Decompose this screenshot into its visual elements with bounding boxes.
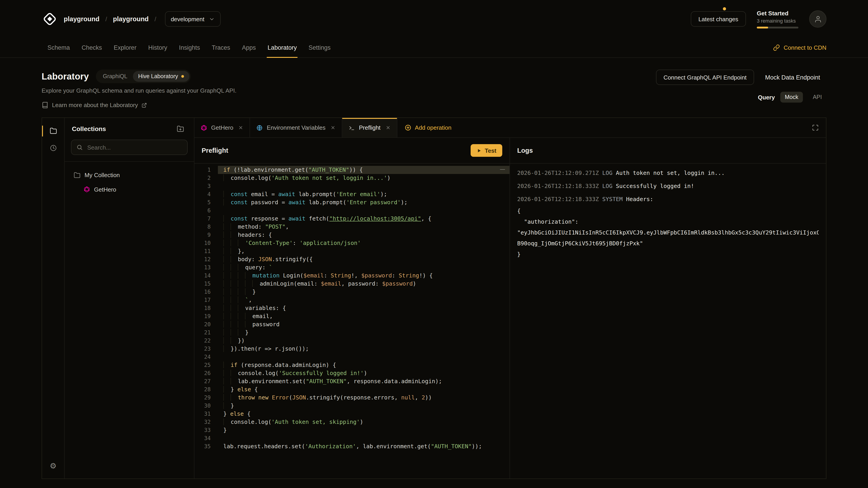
nav-item-insights[interactable]: Insights <box>173 38 206 57</box>
tab-gethero[interactable]: GetHero <box>194 118 250 137</box>
connect-endpoint-button[interactable]: Connect GraphQL API Endpoint <box>656 70 754 85</box>
fold-marker-icon[interactable]: — <box>500 166 505 172</box>
code-line[interactable]: 10 'Content-Type': 'application/json' <box>194 239 509 247</box>
graphql-icon <box>201 125 207 131</box>
folder-icon <box>50 127 57 134</box>
line-number: 19 <box>194 312 218 320</box>
breadcrumb-org[interactable]: playground <box>64 15 99 23</box>
get-started-widget[interactable]: Get Started 3 remaining tasks <box>757 10 798 28</box>
code-line[interactable]: 33} <box>194 426 509 434</box>
environment-selector[interactable]: development <box>165 11 221 27</box>
fullscreen-button[interactable] <box>805 118 826 137</box>
history-rail-button[interactable] <box>47 141 59 154</box>
line-number: 30 <box>194 402 218 410</box>
mode-option-hive-laboratory[interactable]: Hive Laboratory <box>133 71 189 82</box>
code-line[interactable]: 5 const password = await lab.prompt('Ent… <box>194 198 509 206</box>
collection-folder-my-collection[interactable]: My Collection <box>70 168 188 182</box>
code-line[interactable]: 16 } <box>194 288 509 296</box>
code-line[interactable]: 27 lab.environment.set("AUTH_TOKEN", res… <box>194 377 509 385</box>
code-line[interactable]: 31} else { <box>194 410 509 418</box>
query-mode-mock[interactable]: Mock <box>780 92 803 103</box>
breadcrumb-project[interactable]: playground <box>113 15 149 23</box>
nav-item-laboratory[interactable]: Laboratory <box>262 38 303 57</box>
nav-item-traces[interactable]: Traces <box>206 38 236 57</box>
learn-more-link[interactable]: Learn more about the Laboratory <box>41 102 237 108</box>
mode-option-graphiql[interactable]: GraphiQL <box>97 71 133 82</box>
code-line[interactable]: 25 if (response.data.adminLogin) { <box>194 361 509 369</box>
line-number: 12 <box>194 255 218 263</box>
nav-item-explorer[interactable]: Explorer <box>108 38 143 57</box>
plus-circle-icon <box>404 124 411 131</box>
code-line[interactable]: 24 <box>194 353 509 361</box>
latest-changes-button[interactable]: Latest changes <box>691 11 746 27</box>
close-tab-icon[interactable] <box>385 125 391 130</box>
terminal-icon <box>348 125 355 131</box>
link-icon <box>773 44 780 51</box>
test-button[interactable]: Test <box>471 144 502 157</box>
code-line[interactable]: 7 const response = await fetch("http://l… <box>194 215 509 223</box>
code-line[interactable]: 19 email, <box>194 312 509 320</box>
nav-item-apps[interactable]: Apps <box>236 38 262 57</box>
code-line[interactable]: 28 } else { <box>194 385 509 394</box>
line-number: 7 <box>194 215 218 223</box>
query-mode-api[interactable]: API <box>808 92 827 103</box>
code-line[interactable]: 4 const email = await lab.prompt('Enter … <box>194 190 509 198</box>
nav-item-checks[interactable]: Checks <box>76 38 108 57</box>
app: playground / playground / development La… <box>0 0 868 488</box>
code-line[interactable]: 35lab.request.headers.set('Authorization… <box>194 442 509 451</box>
workspace: GetHeroEnvironment VariablesPreflight Ad… <box>194 118 826 479</box>
collection-operation-gethero[interactable]: GetHero <box>70 183 188 196</box>
close-tab-icon[interactable] <box>238 125 243 130</box>
nav-item-schema[interactable]: Schema <box>41 38 76 57</box>
code-line[interactable]: 15 adminLogin(email: $email, password: $… <box>194 280 509 288</box>
tab-environment-variables[interactable]: Environment Variables <box>250 118 342 137</box>
add-operation-button[interactable]: Add operation <box>397 118 459 137</box>
code-line[interactable]: 30 } <box>194 402 509 410</box>
code-line[interactable]: 26 console.log('Successfully logged in!'… <box>194 369 509 377</box>
log-raw-line: "eyJhbGciOiJIUzI1NiIsInR5cCI6IkpXVCJ9.ey… <box>517 227 819 238</box>
code-line[interactable]: 8 method: "POST", <box>194 223 509 231</box>
collections-rail-button[interactable] <box>47 124 59 137</box>
code-line[interactable]: 13 query: ` <box>194 263 509 271</box>
tab-preflight[interactable]: Preflight <box>342 118 397 137</box>
code-line[interactable]: 9 headers: { <box>194 231 509 239</box>
code-line[interactable]: 2 console.log('Auth token not set, loggi… <box>194 174 509 182</box>
line-number: 5 <box>194 198 218 206</box>
logs-output: 2026-01-26T12:12:09.271Z LOG Auth token … <box>510 164 826 479</box>
search-input[interactable] <box>86 143 182 151</box>
line-number: 11 <box>194 247 218 255</box>
code-line[interactable]: 20 password <box>194 320 509 328</box>
hive-logo-icon[interactable] <box>41 11 58 27</box>
code-line[interactable]: 23 }).then(r => r.json()); <box>194 345 509 353</box>
play-icon <box>476 148 482 153</box>
code-line[interactable]: 34 <box>194 434 509 442</box>
code-line[interactable]: 17 `, <box>194 296 509 304</box>
active-rail-indicator <box>42 126 43 136</box>
code-line[interactable]: 1if (!lab.environment.get("AUTH_TOKEN"))… <box>194 166 509 174</box>
connect-to-cdn-link[interactable]: Connect to CDN <box>773 38 827 57</box>
code-line[interactable]: 11 }, <box>194 247 509 255</box>
code-line[interactable]: 3 <box>194 182 509 190</box>
code-line[interactable]: 22 }) <box>194 337 509 345</box>
maximize-icon <box>812 124 819 131</box>
line-number: 15 <box>194 280 218 288</box>
code-editor[interactable]: 1if (!lab.environment.get("AUTH_TOKEN"))… <box>194 164 509 479</box>
collections-tree: My CollectionGetHero <box>65 162 194 202</box>
query-label: Query <box>758 94 775 101</box>
settings-rail-button[interactable]: ⚙ <box>47 459 59 472</box>
code-line[interactable]: 21 } <box>194 328 509 337</box>
get-started-subtitle: 3 remaining tasks <box>757 18 798 23</box>
code-line[interactable]: 6 <box>194 206 509 215</box>
code-line[interactable]: 18 variables: { <box>194 304 509 312</box>
close-tab-icon[interactable] <box>331 125 336 130</box>
code-line[interactable]: 32 console.log('Auth token set, skipping… <box>194 418 509 426</box>
code-line[interactable]: 14 mutation Login($email: String!, $pass… <box>194 271 509 280</box>
nav-item-history[interactable]: History <box>143 38 173 57</box>
mock-endpoint-button[interactable]: Mock Data Endpoint <box>759 70 827 85</box>
code-line[interactable]: 29 throw new Error(JSON.stringify(respon… <box>194 394 509 402</box>
notification-dot <box>723 7 726 10</box>
code-line[interactable]: 12 body: JSON.stringify({ <box>194 255 509 263</box>
new-collection-button[interactable] <box>174 125 187 133</box>
user-avatar[interactable] <box>809 10 827 28</box>
nav-item-settings[interactable]: Settings <box>303 38 337 57</box>
